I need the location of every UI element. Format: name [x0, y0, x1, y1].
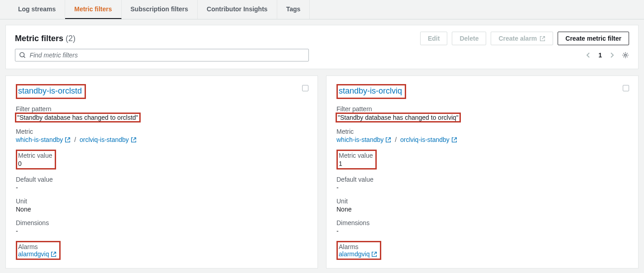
dimensions-value: -: [336, 227, 628, 235]
panel-toolbar: 1: [6, 49, 638, 69]
metric-name-link[interactable]: orclviq-is-standby: [80, 136, 129, 143]
page-number: 1: [598, 52, 602, 59]
external-link-icon: [451, 137, 457, 143]
search-icon: [19, 52, 26, 59]
create-alarm-label: Create alarm: [498, 35, 537, 42]
external-link-icon: [371, 251, 377, 257]
filter-pattern-value: "Standby database has changed to orclstd…: [16, 113, 140, 122]
metric-namespace-link[interactable]: which-is-standby: [16, 136, 63, 143]
tab-subscription-filters[interactable]: Subscription filters: [122, 0, 198, 19]
default-value-label: Default value: [336, 176, 628, 183]
unit-label: Unit: [16, 198, 308, 205]
card-title-link[interactable]: standby-is-orclviq: [339, 86, 402, 96]
tab-metric-filters[interactable]: Metric filters: [65, 0, 121, 19]
external-link-icon: [385, 137, 391, 143]
svg-point-0: [20, 52, 24, 57]
unit-value: None: [336, 206, 628, 213]
default-value: -: [16, 184, 308, 191]
page-title-count: (2): [66, 34, 76, 43]
metric-namespace-link[interactable]: which-is-standby: [336, 136, 384, 143]
edit-button[interactable]: Edit: [420, 32, 447, 45]
dimensions-label: Dimensions: [336, 219, 628, 226]
metric-filter-card: standby-is-orclviq Filter pattern "Stand…: [326, 75, 639, 268]
gear-icon[interactable]: [622, 52, 629, 59]
filter-pattern-value: "Standby database has changed to orclviq…: [336, 113, 460, 122]
metric-filter-card: standby-is-orclstd Filter pattern "Stand…: [5, 75, 318, 268]
metric-value-label: Metric value: [339, 152, 373, 159]
tab-log-streams[interactable]: Log streams: [9, 0, 65, 19]
alarm-link[interactable]: alarmdgviq: [18, 250, 49, 258]
filter-pattern-label: Filter pattern: [16, 105, 308, 113]
metric-value-row: which-is-standby / orclviq-is-standby: [16, 136, 308, 143]
search-input[interactable]: [29, 52, 305, 59]
search-wrap: [15, 49, 309, 61]
dimensions-label: Dimensions: [16, 219, 308, 226]
external-link-icon: [65, 137, 71, 143]
default-value-label: Default value: [16, 176, 308, 183]
external-link-icon: [540, 36, 545, 42]
tabs-bar: Log streams Metric filters Subscription …: [0, 0, 644, 19]
slash-separator: /: [395, 136, 397, 143]
filter-pattern-label: Filter pattern: [336, 105, 628, 113]
page-title: Metric filters (2): [15, 34, 76, 43]
svg-point-1: [625, 54, 626, 56]
card-title-link[interactable]: standby-is-orclstd: [18, 86, 82, 96]
metric-value-label: Metric value: [18, 152, 52, 159]
external-link-icon: [131, 137, 137, 143]
metric-value-row: which-is-standby / orclviq-is-standby: [336, 136, 628, 143]
cards-grid: standby-is-orclstd Filter pattern "Stand…: [0, 69, 644, 273]
panel-header: Metric filters (2) Edit Delete Create al…: [6, 25, 638, 49]
alarm-link[interactable]: alarmdgviq: [339, 250, 369, 258]
slash-separator: /: [74, 136, 76, 143]
metric-value: 1: [339, 160, 373, 167]
dimensions-value: -: [16, 227, 308, 235]
create-metric-filter-button[interactable]: Create metric filter: [558, 32, 629, 45]
alarms-label: Alarms: [18, 243, 57, 250]
create-alarm-button[interactable]: Create alarm: [491, 32, 553, 45]
unit-label: Unit: [336, 198, 628, 205]
delete-button[interactable]: Delete: [452, 32, 486, 45]
metric-label: Metric: [336, 128, 628, 135]
page-title-text: Metric filters: [15, 34, 63, 43]
default-value: -: [336, 184, 628, 191]
metric-label: Metric: [16, 128, 308, 135]
alarms-label: Alarms: [339, 243, 377, 250]
tab-tags[interactable]: Tags: [277, 0, 310, 19]
card-checkbox[interactable]: [623, 85, 629, 91]
chevron-left-icon[interactable]: [585, 52, 592, 59]
metric-value: 0: [18, 160, 52, 167]
tab-contributor-insights[interactable]: Contributor Insights: [198, 0, 277, 19]
external-link-icon: [51, 251, 57, 257]
panel-actions: Edit Delete Create alarm Create metric f…: [420, 32, 629, 45]
metric-filters-panel: Metric filters (2) Edit Delete Create al…: [5, 25, 639, 69]
pager: 1: [585, 52, 629, 59]
unit-value: None: [16, 206, 308, 213]
metric-name-link[interactable]: orclviq-is-standby: [400, 136, 450, 143]
chevron-right-icon[interactable]: [608, 52, 616, 59]
card-checkbox[interactable]: [302, 85, 308, 91]
